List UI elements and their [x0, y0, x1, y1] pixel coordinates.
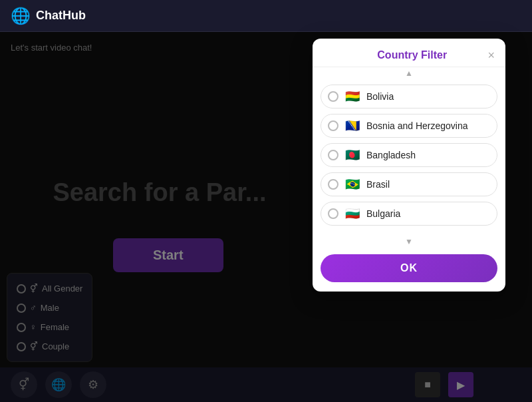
country-flag-bolivia: 🇧🇴 — [345, 91, 360, 102]
main-area: Let's start video chat! Search for a Par… — [0, 32, 532, 402]
country-name-bangladesh: Bangladesh — [366, 150, 416, 160]
country-item-bulgaria[interactable]: 🇧🇬 Bulgaria — [321, 202, 497, 226]
country-flag-bangladesh: 🇧🇩 — [345, 149, 360, 161]
ok-button[interactable]: OK — [321, 254, 497, 282]
modal-overlay: Country Filter × ▲ 🇧🇴 Bolivia 🇧🇦 Bosnia … — [0, 32, 532, 402]
country-name-bosnia: Bosnia and Herzegovina — [366, 120, 468, 131]
chevron-down-icon: ▼ — [405, 237, 413, 246]
country-item-bolivia[interactable]: 🇧🇴 Bolivia — [321, 85, 497, 108]
country-item-brasil[interactable]: 🇧🇷 Brasil — [321, 172, 497, 196]
country-radio-bolivia — [328, 91, 338, 102]
modal-header: Country Filter × — [313, 39, 505, 67]
country-item-bangladesh[interactable]: 🇧🇩 Bangladesh — [321, 143, 497, 167]
country-radio-bangladesh — [328, 150, 338, 160]
country-name-brasil: Brasil — [366, 179, 390, 190]
country-name-bolivia: Bolivia — [366, 91, 394, 102]
country-filter-modal: Country Filter × ▲ 🇧🇴 Bolivia 🇧🇦 Bosnia … — [313, 39, 505, 292]
country-list: 🇧🇴 Bolivia 🇧🇦 Bosnia and Herzegovina 🇧🇩 … — [313, 79, 505, 236]
country-radio-bosnia — [328, 120, 338, 131]
scroll-down-indicator: ▼ — [313, 236, 505, 248]
scroll-up-indicator: ▲ — [313, 67, 505, 79]
country-item-bosnia[interactable]: 🇧🇦 Bosnia and Herzegovina — [321, 114, 497, 138]
country-radio-bulgaria — [328, 208, 338, 219]
logo-text: ChatHub — [36, 9, 86, 23]
modal-footer: OK — [313, 248, 505, 292]
country-flag-brasil: 🇧🇷 — [345, 178, 360, 190]
chevron-up-icon: ▲ — [405, 69, 413, 78]
country-name-bulgaria: Bulgaria — [366, 208, 400, 219]
country-flag-bosnia: 🇧🇦 — [345, 120, 360, 132]
app-header: 🌐 ChatHub — [0, 0, 532, 32]
country-flag-bulgaria: 🇧🇬 — [345, 208, 360, 220]
country-radio-brasil — [328, 179, 338, 190]
modal-close-button[interactable]: × — [487, 49, 495, 61]
modal-title: Country Filter — [336, 49, 487, 61]
logo-icon: 🌐 — [11, 7, 31, 25]
